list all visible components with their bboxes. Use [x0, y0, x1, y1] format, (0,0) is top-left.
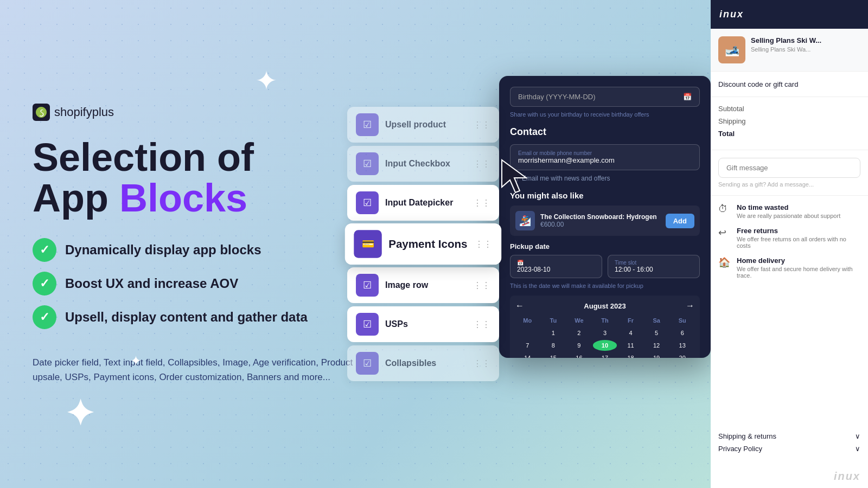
cal-day-we: We [567, 315, 591, 326]
cal-date-2[interactable]: 2 [567, 328, 591, 338]
shipping-row: Shipping [718, 117, 860, 125]
calendar: ← August 2023 → Mo Tu We Th Fr Sa Su [510, 296, 700, 358]
block-item-input-datepicker[interactable]: ☑ Input Datepicker ⋮⋮ [347, 185, 499, 221]
cal-date-14[interactable]: 14 [515, 352, 540, 358]
sidebar-product: 🎿 Selling Plans Ski W... Selling Plans S… [711, 29, 868, 72]
chevron-icon-privacy: ∨ [855, 445, 860, 453]
calendar-prev-button[interactable]: ← [515, 301, 524, 311]
drag-handle-1[interactable]: ⋮⋮ [473, 159, 490, 169]
cal-date-15[interactable]: 15 [541, 352, 566, 358]
cal-date-12[interactable]: 12 [644, 340, 669, 351]
cal-date-17[interactable]: 17 [593, 352, 617, 358]
check-icon-3 [33, 305, 56, 329]
product-sub: Selling Plans Ski Wa... [751, 46, 860, 53]
cal-day-su: Su [670, 315, 694, 326]
email-label: Email or mobile phone number [518, 150, 692, 156]
right-sidebar: inux 🎿 Selling Plans Ski W... Selling Pl… [711, 0, 868, 488]
main-container: shopifyplus Selection of App Blocks Dyna… [0, 0, 868, 488]
discount-section: Discount code or gift card [711, 72, 868, 97]
privacy-policy-link[interactable]: Privacy Policy ∨ [718, 445, 860, 453]
calendar-month: August 2023 [584, 302, 626, 310]
block-icon-usps: ☑ [356, 313, 379, 336]
pickup-hint: This is the date we will make it availab… [510, 282, 700, 289]
block-icon-image-row: ☑ [356, 274, 379, 297]
contact-title: Contact [510, 126, 700, 138]
left-section: shopifyplus Selection of App Blocks Dyna… [22, 0, 369, 488]
sidebar-features: ⏱ No time wasted We are really passionat… [711, 196, 868, 432]
timeslot-field[interactable]: Time slot 12:00 - 16:00 [608, 255, 700, 278]
sidebar-bottom-logo: inux [711, 465, 868, 488]
birthday-field[interactable]: Birthday (YYYY-MM-DD) 📅 [510, 87, 700, 107]
cal-date-19[interactable]: 19 [644, 352, 669, 358]
cal-date-18[interactable]: 18 [618, 352, 643, 358]
sidebar-header: inux [711, 0, 868, 29]
cal-date-5[interactable]: 5 [644, 328, 669, 338]
pickup-date-field[interactable]: 📅 2023-08-10 [510, 255, 602, 278]
block-item-image-row[interactable]: ☑ Image row ⋮⋮ [347, 267, 499, 303]
check-icon-2 [33, 272, 56, 296]
feature-title-2: Home delivery [737, 256, 860, 265]
feature-desc-2: We offer fast and secure home delivery w… [737, 266, 860, 279]
pickup-title: Pickup date [510, 242, 550, 251]
calendar-next-button[interactable]: → [686, 301, 694, 311]
block-item-upsell-product[interactable]: ☑ Upsell product ⋮⋮ [347, 107, 499, 143]
cal-day-tu: Tu [541, 315, 566, 326]
cal-date-16[interactable]: 16 [567, 352, 591, 358]
description-text: Date picker field, Text input field, Col… [33, 355, 358, 384]
logo: shopifyplus [33, 104, 358, 121]
block-icon-payment: 💳 [354, 230, 382, 258]
feature-item-3: Upsell, display content and gather data [33, 305, 358, 329]
cal-date-7[interactable]: 7 [515, 340, 540, 351]
block-item-input-checkbox[interactable]: ☑ Input Checkbox ⋮⋮ [347, 146, 499, 182]
headline: Selection of App Blocks [33, 137, 358, 219]
upsell-price: €600.00 [540, 221, 660, 228]
feature-returns: ↩ Free returns We offer free returns on … [718, 227, 860, 249]
block-icon-datepicker: ☑ [356, 191, 379, 214]
feature-no-time: ⏱ No time wasted We are really passionat… [718, 203, 860, 219]
shipping-returns-link[interactable]: Shipping & returns ∨ [718, 432, 860, 440]
cal-date-3[interactable]: 3 [593, 328, 617, 338]
clock-icon: ⏱ [718, 203, 731, 215]
email-checkbox-label: Email me with news and offers [522, 175, 610, 182]
email-value: morrishermann@example.com [518, 156, 692, 164]
drag-handle-0[interactable]: ⋮⋮ [473, 120, 490, 130]
upsell-name: The Collection Snowboard: Hydrogen [540, 213, 660, 221]
cal-date-6[interactable]: 6 [670, 328, 694, 338]
block-item-collapsibles[interactable]: ☑ Collapsibles ⋮⋮ [347, 345, 499, 381]
cal-day-fr: Fr [618, 315, 643, 326]
gift-input[interactable] [718, 158, 860, 178]
email-field[interactable]: Email or mobile phone number morrisherma… [510, 144, 700, 170]
block-item-payment-icons[interactable]: 💳 Payment Icons ⋮⋮ [345, 223, 501, 265]
block-icon-collapsibles: ☑ [356, 352, 379, 375]
cal-date-13[interactable]: 13 [670, 340, 694, 351]
star-decoration-2: ✦ [65, 393, 94, 434]
drag-handle-6[interactable]: ⋮⋮ [473, 358, 490, 369]
drag-handle-3[interactable]: ⋮⋮ [475, 239, 493, 249]
feature-desc-0: We are really passionate about support [737, 213, 860, 219]
block-item-usps[interactable]: ☑ USPs ⋮⋮ [347, 306, 499, 342]
drag-handle-2[interactable]: ⋮⋮ [473, 198, 490, 208]
cal-date-8[interactable]: 8 [541, 340, 566, 351]
cal-date-9[interactable]: 9 [567, 340, 591, 351]
cal-date-10-today[interactable]: 10 [593, 340, 617, 351]
cal-date-20[interactable]: 20 [670, 352, 694, 358]
drag-handle-5[interactable]: ⋮⋮ [473, 319, 490, 330]
cal-date-1[interactable]: 1 [541, 328, 566, 338]
cal-date-4[interactable]: 4 [618, 328, 643, 338]
upsell-title: You might also like [510, 191, 700, 200]
sidebar-brand: inux [719, 9, 744, 20]
block-icon-upsell: ☑ [356, 113, 379, 136]
gift-section: Sending as a gift? Add a message... [711, 150, 868, 196]
email-checkbox-row[interactable]: Email me with news and offers [510, 175, 700, 182]
cal-day-sa: Sa [644, 315, 669, 326]
subtotal-row: Subtotal [718, 105, 860, 113]
product-info: Selling Plans Ski W... Selling Plans Ski… [751, 36, 860, 63]
drag-handle-4[interactable]: ⋮⋮ [473, 280, 490, 291]
cal-day-th: Th [593, 315, 617, 326]
upsell-add-button[interactable]: Add [666, 214, 694, 228]
product-name: Selling Plans Ski W... [751, 36, 860, 44]
shopify-logo-icon [33, 104, 50, 121]
feature-desc-1: We offer free returns on all orders with… [737, 236, 860, 249]
discount-label: Discount code or gift card [718, 80, 798, 88]
cal-date-11[interactable]: 11 [618, 340, 643, 351]
